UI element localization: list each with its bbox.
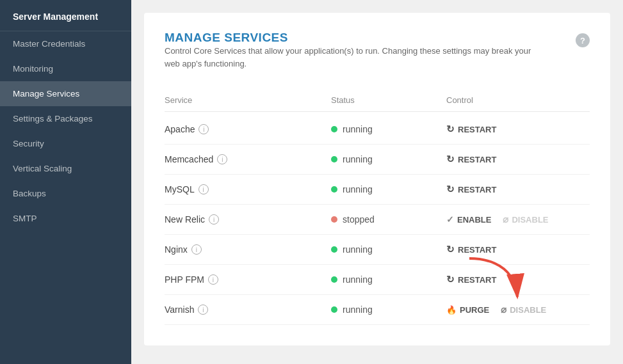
purge-button[interactable]: 🔥PURGE xyxy=(446,305,489,315)
info-icon[interactable]: i xyxy=(209,214,219,225)
status-text: running xyxy=(343,274,373,285)
info-icon[interactable]: i xyxy=(208,274,218,285)
disable-button: ⌀DISABLE xyxy=(503,214,548,225)
info-icon[interactable]: i xyxy=(217,154,227,164)
enable-icon: ✓ xyxy=(446,214,454,225)
table-row: Nginxirunning↻RESTART xyxy=(165,235,590,265)
sidebar-title: Server Management xyxy=(0,0,131,31)
controls-5: ↻RESTART xyxy=(446,274,590,285)
service-name-memcached: Memcachedi xyxy=(165,154,331,164)
restart-button[interactable]: ↻RESTART xyxy=(446,184,496,195)
restart-icon: ↻ xyxy=(446,154,455,165)
service-name-varnish: Varnishi xyxy=(165,305,331,315)
status-dot xyxy=(331,276,337,283)
status-dot xyxy=(331,216,337,223)
table-row: Varnishirunning🔥PURGE⌀DISABLE xyxy=(165,295,590,325)
table-row: New Relicistopped✓ENABLE⌀DISABLE xyxy=(165,205,590,235)
sidebar-item-settings-packages[interactable]: Settings & Packages xyxy=(0,106,131,131)
sidebar: Server Management Master CredentialsMoni… xyxy=(0,0,131,364)
info-icon[interactable]: i xyxy=(198,305,208,315)
restart-icon: ↻ xyxy=(446,184,455,195)
info-icon[interactable]: i xyxy=(198,124,209,134)
restart-button[interactable]: ↻RESTART xyxy=(446,244,496,255)
status-text: stopped xyxy=(343,214,375,225)
status-text: running xyxy=(343,154,373,164)
restart-button[interactable]: ↻RESTART xyxy=(446,123,496,135)
table-header: Service Status Control xyxy=(165,90,590,112)
disable-icon: ⌀ xyxy=(503,214,508,225)
status-dot xyxy=(331,186,337,193)
manage-services-card: MANAGE SERVICES Control Core Services th… xyxy=(144,13,610,345)
col-service: Service xyxy=(165,95,331,105)
status-text: running xyxy=(343,124,373,134)
controls-3: ✓ENABLE⌀DISABLE xyxy=(446,214,590,225)
status-dot xyxy=(331,126,337,132)
status-dot xyxy=(331,306,337,313)
status-4: running xyxy=(331,244,446,255)
col-status: Status xyxy=(331,95,446,105)
sidebar-item-vertical-scaling[interactable]: Vertical Scaling xyxy=(0,156,131,181)
service-name-php-fpm: PHP FPMi xyxy=(165,274,331,285)
controls-1: ↻RESTART xyxy=(446,154,590,165)
controls-4: ↻RESTART xyxy=(446,244,590,255)
sidebar-item-master-credentials[interactable]: Master Credentials xyxy=(0,31,131,56)
status-1: running xyxy=(331,154,446,164)
restart-icon: ↻ xyxy=(446,274,455,285)
disable-button[interactable]: ⌀DISABLE xyxy=(501,304,546,315)
restart-icon: ↻ xyxy=(446,123,455,135)
restart-icon: ↻ xyxy=(446,244,455,255)
table-row: MySQLirunning↻RESTART xyxy=(165,175,590,205)
restart-button[interactable]: ↻RESTART xyxy=(446,154,496,165)
status-0: running xyxy=(331,124,446,134)
status-text: running xyxy=(343,305,373,315)
sidebar-item-manage-services[interactable]: Manage Services xyxy=(0,81,131,106)
controls-0: ↻RESTART xyxy=(446,123,590,135)
service-name-new-relic: New Relici xyxy=(165,214,331,225)
restart-button[interactable]: ↻RESTART xyxy=(446,274,496,285)
status-dot xyxy=(331,156,337,162)
disable-icon: ⌀ xyxy=(501,304,506,315)
sidebar-item-backups[interactable]: Backups xyxy=(0,181,131,206)
card-header: MANAGE SERVICES Control Core Services th… xyxy=(165,31,590,85)
services-table: Service Status Control Apacheirunning↻RE… xyxy=(165,90,590,325)
status-3: stopped xyxy=(331,214,446,225)
sidebar-item-monitoring[interactable]: Monitoring xyxy=(0,56,131,81)
main-content: MANAGE SERVICES Control Core Services th… xyxy=(131,0,623,364)
status-text: running xyxy=(343,184,373,194)
info-icon[interactable]: i xyxy=(198,184,209,194)
help-icon[interactable]: ? xyxy=(576,33,590,47)
controls-6: 🔥PURGE⌀DISABLE xyxy=(446,304,590,315)
table-row: PHP FPMirunning↻RESTART xyxy=(165,265,590,295)
controls-2: ↻RESTART xyxy=(446,184,590,195)
status-dot xyxy=(331,246,337,253)
enable-button[interactable]: ✓ENABLE xyxy=(446,214,491,225)
status-2: running xyxy=(331,184,446,194)
table-row: Memcachedirunning↻RESTART xyxy=(165,145,590,175)
service-name-mysql: MySQLi xyxy=(165,184,331,194)
sidebar-item-smtp[interactable]: SMTP xyxy=(0,206,131,231)
status-6: running xyxy=(331,305,446,315)
status-5: running xyxy=(331,274,446,285)
page-description: Control Core Services that allow your ap… xyxy=(165,45,536,70)
status-text: running xyxy=(343,244,373,255)
col-control: Control xyxy=(446,95,590,105)
purge-icon: 🔥 xyxy=(446,305,457,315)
table-row: Apacheirunning↻RESTART xyxy=(165,115,590,145)
info-icon[interactable]: i xyxy=(191,244,202,255)
page-title: MANAGE SERVICES xyxy=(165,31,536,45)
service-name-apache: Apachei xyxy=(165,124,331,134)
sidebar-item-security[interactable]: Security xyxy=(0,131,131,156)
service-name-nginx: Nginxi xyxy=(165,244,331,255)
